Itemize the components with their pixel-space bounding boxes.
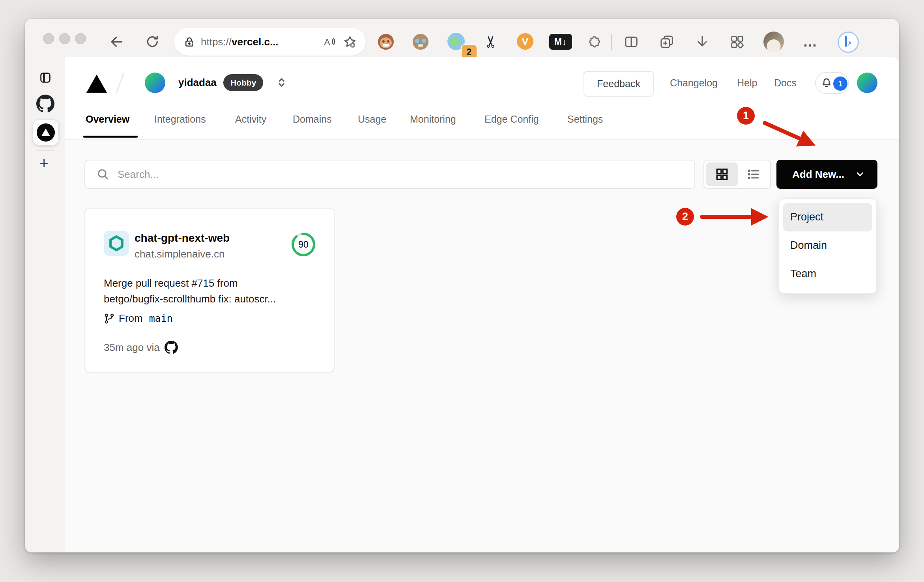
back-icon[interactable]: [109, 34, 124, 49]
vercel-active-tab[interactable]: [33, 120, 58, 145]
nav-help[interactable]: Help: [737, 77, 757, 89]
commit-line-1: Merge pull request #715 from: [104, 275, 313, 291]
team-switcher-chevrons-icon[interactable]: [275, 75, 289, 90]
project-domain[interactable]: chat.simplenaive.cn: [135, 248, 224, 260]
refresh-icon[interactable]: [144, 35, 159, 49]
tab-overview[interactable]: Overview: [86, 114, 129, 125]
commit-message: Merge pull request #715 from betgo/bugfi…: [104, 275, 313, 307]
dropdown-item-project[interactable]: Project: [790, 211, 823, 223]
sidebar-divider: [37, 150, 54, 151]
tab-panel-icon[interactable]: [39, 71, 52, 84]
new-tab-button[interactable]: +: [39, 155, 49, 171]
team-avatar[interactable]: [145, 73, 165, 93]
grid-view-icon: [715, 167, 729, 181]
annotation-step-1: 1: [737, 107, 755, 125]
apps-grid-icon[interactable]: [729, 34, 745, 50]
markdownload-extension-icon[interactable]: M↓: [549, 34, 572, 50]
active-tab-indicator: [83, 136, 138, 138]
branch-name: main: [149, 313, 173, 324]
sloth-extension-icon[interactable]: [413, 34, 428, 50]
notification-count-badge: 1: [832, 76, 848, 91]
toolbar-divider: [611, 34, 612, 50]
lock-icon: [183, 36, 195, 48]
window-minimize-button[interactable]: [59, 33, 70, 44]
git-branch-icon: [104, 313, 115, 324]
tab-monitoring[interactable]: Monitoring: [410, 114, 456, 125]
url-prefix: https://: [201, 36, 232, 48]
tab-edge-config[interactable]: Edge Config: [484, 114, 539, 125]
github-tab-icon[interactable]: [36, 95, 54, 113]
window-close-button[interactable]: [43, 33, 54, 44]
read-aloud-icon[interactable]: A: [322, 35, 337, 49]
dropdown-item-domain[interactable]: Domain: [790, 239, 827, 252]
copilot-bing-icon[interactable]: [838, 32, 859, 53]
url-text: https://vercel.c...: [201, 36, 279, 48]
project-favicon: [104, 231, 129, 256]
nav-changelog[interactable]: Changelog: [670, 77, 718, 89]
tab-domains[interactable]: Domains: [293, 114, 332, 125]
svg-text:A: A: [324, 37, 330, 47]
scissors-extension-icon[interactable]: ✂: [481, 33, 500, 50]
grid-view-button[interactable]: [706, 162, 738, 186]
user-avatar[interactable]: [857, 73, 877, 93]
vercel-favicon: [37, 123, 55, 142]
github-icon: [165, 341, 178, 354]
team-name[interactable]: yidadaa: [178, 76, 217, 89]
tab-activity[interactable]: Activity: [235, 114, 266, 125]
dropdown-item-team[interactable]: Team: [790, 268, 816, 280]
search-icon: [96, 168, 110, 181]
screenshot-stage: https://vercel.c... A 2 ✂ V M↓: [0, 0, 924, 582]
split-screen-icon[interactable]: [623, 34, 639, 50]
deployed-ago: 35m ago via: [104, 341, 160, 354]
search-input[interactable]: [117, 168, 592, 181]
commit-line-2: betgo/bugfix-scrollthumb fix: autoscr...: [104, 291, 313, 307]
more-menu-icon[interactable]: …: [799, 32, 822, 52]
list-view-icon: [746, 167, 761, 181]
extensions-puzzle-icon[interactable]: [587, 34, 602, 50]
nav-docs[interactable]: Docs: [774, 77, 797, 89]
tab-integrations[interactable]: Integrations: [154, 114, 206, 125]
url-host: vercel.c...: [232, 36, 279, 48]
profile-avatar[interactable]: [763, 32, 784, 52]
tab-settings[interactable]: Settings: [567, 114, 603, 125]
video-extension-icon[interactable]: V: [517, 33, 533, 50]
downloads-icon[interactable]: [694, 34, 710, 50]
score-value: 90: [291, 232, 316, 257]
chevron-down-icon: [855, 169, 866, 180]
vercel-logo[interactable]: [86, 75, 107, 93]
tampermonkey-extension-icon[interactable]: [378, 34, 394, 50]
bell-icon: [821, 77, 832, 89]
tab-usage[interactable]: Usage: [358, 114, 386, 125]
add-new-button[interactable]: Add New...: [776, 160, 877, 189]
project-name[interactable]: chat-gpt-next-web: [135, 232, 230, 244]
window-zoom-button[interactable]: [75, 33, 86, 44]
address-bar[interactable]: https://vercel.c... A: [174, 28, 366, 56]
feedback-button[interactable]: Feedback: [584, 71, 654, 97]
annotation-step-2: 2: [676, 208, 694, 226]
openai-logo-icon: [107, 234, 125, 252]
search-box[interactable]: [84, 160, 695, 189]
deployment-meta: 35m ago via: [104, 341, 178, 354]
favorite-icon[interactable]: [343, 35, 357, 49]
header-divider: [65, 139, 899, 140]
branch-prefix: From: [119, 312, 143, 325]
collections-add-icon[interactable]: [659, 34, 675, 50]
list-view-button[interactable]: [738, 160, 769, 188]
branch-row: From main: [104, 312, 173, 325]
view-toggle: [703, 160, 771, 189]
add-new-label: Add New...: [792, 168, 844, 181]
score-ring[interactable]: 90: [291, 232, 316, 257]
plan-badge: Hobby: [223, 74, 263, 91]
